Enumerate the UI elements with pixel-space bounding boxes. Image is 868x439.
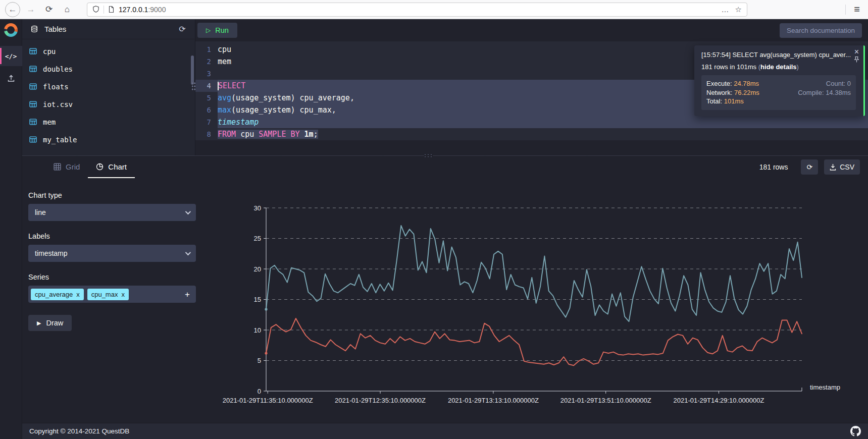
table-item-floats[interactable]: floats bbox=[22, 78, 195, 95]
labels-label: Labels bbox=[28, 232, 196, 240]
browser-chrome: ← → ⟳ ⌂ 127.0.0.1:9000 … ☆ ≡ bbox=[0, 0, 868, 19]
svg-text:2021-01-29T12:35:10.000000Z: 2021-01-29T12:35:10.000000Z bbox=[335, 397, 426, 404]
github-icon[interactable] bbox=[850, 426, 861, 436]
svg-text:0: 0 bbox=[258, 388, 261, 395]
search-documentation-button[interactable]: Search documentation bbox=[780, 23, 862, 38]
bookmark-star-icon[interactable]: ☆ bbox=[735, 5, 742, 14]
code-line-8[interactable]: 8FROM cpu SAMPLE BY 1m; bbox=[195, 128, 868, 140]
results-toolbar: GridChart 181 rows ⟳ CSV bbox=[22, 156, 868, 178]
line-number: 5 bbox=[195, 92, 218, 104]
chevron-down-icon bbox=[185, 209, 191, 214]
remove-tag-icon[interactable]: x bbox=[76, 291, 80, 298]
play-outline-icon: ▷ bbox=[206, 27, 211, 34]
line-number: 6 bbox=[195, 104, 218, 116]
vertical-drag-handle[interactable] bbox=[191, 82, 196, 91]
toolbar-divider bbox=[845, 5, 846, 15]
query-notification: × [15:57:54] SELECT avg(usage_system) cp… bbox=[694, 45, 865, 116]
code-line-7[interactable]: 7timestamp bbox=[195, 116, 868, 128]
download-icon bbox=[830, 163, 836, 171]
svg-text:timestamp: timestamp bbox=[810, 383, 840, 391]
close-icon[interactable]: × bbox=[854, 48, 859, 56]
series-cpu_max bbox=[266, 226, 802, 321]
table-name: doubles bbox=[43, 65, 73, 73]
browser-forward-icon[interactable]: → bbox=[23, 2, 38, 17]
hide-details-link[interactable]: hide details bbox=[760, 63, 797, 71]
svg-text:20: 20 bbox=[254, 265, 261, 273]
line-chart[interactable]: 0510152025302021-01-29T11:35:10.000000Z2… bbox=[204, 178, 868, 423]
stat-row: Network: 76.22ms bbox=[706, 88, 759, 97]
series-tag-cpu_max[interactable]: cpu_maxx bbox=[87, 289, 129, 300]
page-actions-icon[interactable]: … bbox=[722, 5, 729, 14]
table-item-mem[interactable]: mem bbox=[22, 113, 195, 131]
svg-text:2021-01-29T13:13:10.000000Z: 2021-01-29T13:13:10.000000Z bbox=[448, 397, 539, 404]
series-tagbox[interactable]: cpu_averagexcpu_maxx + bbox=[28, 286, 196, 303]
tables-refresh-icon[interactable]: ⟳ bbox=[175, 22, 190, 36]
tab-chart[interactable]: Chart bbox=[88, 156, 135, 178]
urlbar-divider bbox=[104, 6, 104, 14]
table-item-doubles[interactable]: doubles bbox=[22, 60, 195, 78]
import-nav-icon[interactable] bbox=[0, 68, 22, 88]
notification-title: [15:57:54] SELECT avg(usage_system) cpu_… bbox=[701, 51, 856, 59]
svg-text:30: 30 bbox=[254, 204, 261, 212]
stat-row: Compile: 14.38ms bbox=[798, 88, 851, 97]
table-name: mem bbox=[43, 118, 56, 126]
page-icon bbox=[108, 6, 115, 13]
grid-icon bbox=[54, 163, 61, 171]
table-item-cpu[interactable]: cpu bbox=[22, 42, 195, 60]
remove-tag-icon[interactable]: x bbox=[121, 291, 125, 298]
browser-home-icon[interactable]: ⌂ bbox=[60, 2, 75, 17]
horizontal-drag-handle[interactable] bbox=[424, 153, 433, 158]
line-number: 2 bbox=[195, 56, 218, 68]
table-icon bbox=[29, 136, 37, 143]
table-icon bbox=[29, 83, 37, 90]
play-icon: ▶ bbox=[37, 320, 41, 326]
series-label: Series bbox=[28, 273, 196, 281]
line-number: 3 bbox=[195, 68, 218, 80]
menu-icon[interactable]: ≡ bbox=[851, 4, 863, 15]
stat-row: Count: 0 bbox=[798, 79, 851, 88]
chart-type-select[interactable]: line bbox=[28, 204, 196, 221]
tables-list: cpudoublesfloatsiot.csvmemmy_table bbox=[22, 39, 195, 148]
notification-summary: 181 rows in 101ms (hide details) bbox=[701, 63, 856, 71]
sql-editor: ▷ Run Search documentation 1cpu2mem34SEL… bbox=[195, 19, 868, 155]
line-number: 1 bbox=[195, 43, 218, 56]
draw-button[interactable]: ▶ Draw bbox=[28, 315, 72, 331]
footer: Copyright © 2014-2021 QuestDB bbox=[22, 423, 868, 439]
table-item-my_table[interactable]: my_table bbox=[22, 131, 195, 148]
questdb-logo bbox=[4, 23, 18, 37]
svg-text:25: 25 bbox=[254, 235, 261, 242]
series-cpu_average bbox=[266, 318, 802, 365]
table-name: iot.csv bbox=[43, 100, 73, 108]
run-button[interactable]: ▷ Run bbox=[197, 23, 237, 38]
line-number: 7 bbox=[195, 116, 218, 128]
chart-controls: Chart type line Labels timestamp Series … bbox=[22, 178, 204, 423]
labels-select[interactable]: timestamp bbox=[28, 245, 196, 262]
svg-text:10: 10 bbox=[254, 326, 261, 334]
database-icon bbox=[30, 25, 38, 33]
stat-row: Execute: 24.78ms bbox=[706, 79, 759, 88]
tables-panel: Tables ⟳ cpudoublesfloatsiot.csvmemmy_ta… bbox=[22, 19, 195, 155]
csv-download-button[interactable]: CSV bbox=[824, 159, 860, 175]
pin-icon[interactable] bbox=[853, 56, 860, 63]
console-nav-icon[interactable]: </> bbox=[0, 46, 22, 66]
svg-text:2021-01-29T11:35:10.000000Z: 2021-01-29T11:35:10.000000Z bbox=[223, 397, 313, 404]
pie-chart-icon bbox=[96, 163, 104, 171]
table-name: cpu bbox=[43, 47, 56, 56]
tab-grid[interactable]: Grid bbox=[45, 156, 88, 178]
svg-text:5: 5 bbox=[258, 357, 261, 364]
row-count: 181 rows bbox=[759, 163, 788, 171]
browser-refresh-icon[interactable]: ⟳ bbox=[41, 2, 57, 17]
series-tag-cpu_average[interactable]: cpu_averagex bbox=[31, 289, 84, 300]
tables-panel-title: Tables bbox=[44, 25, 66, 33]
upload-icon bbox=[7, 74, 15, 82]
chevron-down-icon bbox=[185, 250, 191, 255]
table-item-iot.csv[interactable]: iot.csv bbox=[22, 95, 195, 113]
table-icon bbox=[29, 65, 37, 73]
chart-type-label: Chart type bbox=[28, 191, 196, 199]
scrollbar-thumb[interactable] bbox=[191, 56, 194, 85]
browser-back-icon[interactable]: ← bbox=[5, 2, 20, 17]
url-text: 127.0.0.1:9000 bbox=[119, 6, 718, 14]
url-bar[interactable]: 127.0.0.1:9000 … ☆ bbox=[87, 3, 747, 17]
add-series-icon[interactable]: + bbox=[185, 290, 190, 299]
results-refresh-button[interactable]: ⟳ bbox=[801, 159, 818, 175]
